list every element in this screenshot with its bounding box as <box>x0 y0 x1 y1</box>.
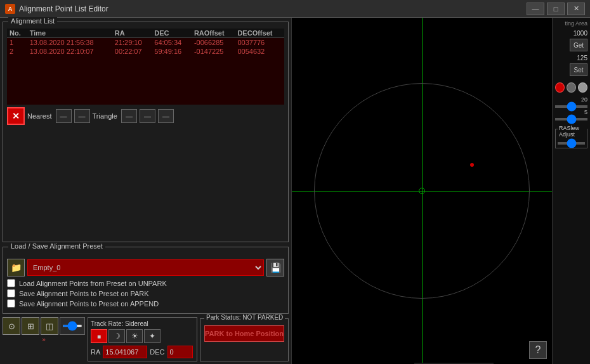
far-right-sidebar: ting Area 1000 Get 125 Set 20 5 RASlew A… <box>552 18 590 364</box>
raslew-label: RASlew Adjust <box>558 125 587 138</box>
row2-ra: 00:22:07 <box>112 47 152 56</box>
col-raoffset: RAOffset <box>192 29 235 38</box>
slider-top[interactable] <box>555 105 587 108</box>
load-unpark-checkbox-row: Load Alignment Points from Preset on UNP… <box>7 279 284 287</box>
park-status-title: Park Status: NOT PARKED <box>204 314 285 321</box>
mid-dot-control[interactable] <box>567 82 576 93</box>
alignment-table: No. Time RA DEC RAOffset DECOffset 1 13.… <box>7 29 284 56</box>
row2-dec: 59:49:16 <box>152 47 192 56</box>
row1-ra: 21:29:10 <box>112 38 152 48</box>
row1-dec: 64:05:34 <box>152 38 192 48</box>
load-save-title: Load / Save Alignment Preset <box>8 242 105 250</box>
get-button[interactable]: Get <box>570 39 587 51</box>
nearest-plus-button[interactable]: — <box>74 109 90 123</box>
value-1000: 1000 <box>555 30 587 37</box>
save-preset-button[interactable]: 💾 <box>266 259 284 276</box>
row1-time: 13.08.2020 21:56:38 <box>27 38 112 48</box>
slider-container-1 <box>60 317 85 335</box>
dec-input[interactable] <box>167 346 193 358</box>
moon-button[interactable]: ☽ <box>108 329 125 343</box>
track-buttons: ■ ☽ ☀ ✦ <box>91 329 194 343</box>
table-row[interactable]: 2 13.08.2020 22:10:07 00:22:07 59:49:16 … <box>7 47 284 56</box>
row2-time: 13.08.2020 22:10:07 <box>27 47 112 56</box>
row2-raoffset: -0147225 <box>192 47 235 56</box>
row1-no: 1 <box>7 38 27 48</box>
alignment-table-container: No. Time RA DEC RAOffset DECOffset 1 13.… <box>7 29 284 105</box>
col-dec: DEC <box>152 29 192 38</box>
set-button[interactable]: Set <box>570 63 587 76</box>
track-rate-section: Track Rate: Sidereal ■ ☽ ☀ ✦ RA DEC <box>88 317 197 361</box>
sun-button[interactable]: ☀ <box>126 329 143 343</box>
slider-bottom[interactable] <box>555 118 587 120</box>
icon-row: ⊙ ⊞ ◫ <box>3 317 85 335</box>
save-park-label: Save Alignment Points to Preset on PARK <box>19 290 149 297</box>
save-append-checkbox-row: Save Alignment Points to Preset on APPEN… <box>7 299 284 308</box>
triangle-minus-button[interactable]: — <box>121 109 137 123</box>
right-sliders: 20 5 <box>555 96 587 120</box>
alignment-btn-row: ✕ Nearest — — Triangle — — — <box>7 107 284 125</box>
save-append-checkbox[interactable] <box>7 299 15 308</box>
row1-decoffset: 0037776 <box>235 38 284 48</box>
load-save-group: Load / Save Alignment Preset 📁 Empty_0 💾… <box>3 247 289 314</box>
nearest-label: Nearest <box>27 112 52 120</box>
light-dot-control[interactable] <box>578 82 587 93</box>
app-icon: A <box>5 4 15 14</box>
tool-icon-2[interactable]: ⊞ <box>22 317 39 335</box>
area-label: ting Area <box>555 20 587 27</box>
raslew-slider[interactable] <box>558 142 585 145</box>
row2-decoffset: 0054632 <box>235 47 284 56</box>
dec-label: DEC <box>150 348 164 356</box>
title-bar: A Alignment Point List Editor — □ ✕ <box>0 0 590 18</box>
park-status-box: Park Status: NOT PARKED PARK to Home Pos… <box>200 318 289 361</box>
control-dots <box>555 82 587 93</box>
col-ra: RA <box>112 29 152 38</box>
left-dialog-panel: Alignment List No. Time RA DEC RAOffset … <box>0 18 292 364</box>
save-park-checkbox-row: Save Alignment Points to Preset on PARK <box>7 289 284 297</box>
title-bar-buttons: — □ ✕ <box>527 3 585 15</box>
save-park-checkbox[interactable] <box>7 289 15 297</box>
load-unpark-label: Load Alignment Points from Preset on UNP… <box>19 280 167 287</box>
maximize-button[interactable]: □ <box>547 3 565 15</box>
minimize-button[interactable]: — <box>527 3 544 15</box>
delete-alignment-button[interactable]: ✕ <box>7 107 25 125</box>
col-decoffset: DECOffset <box>235 29 284 38</box>
save-append-label: Save Alignment Points to Preset on APPEN… <box>19 300 159 308</box>
bottom-tools-row: ⊙ ⊞ ◫ » Track Rate: Sidereal ■ ☽ ☀ ✦ <box>3 317 289 361</box>
close-button[interactable]: ✕ <box>567 3 585 15</box>
ra-label: RA <box>91 348 100 356</box>
triangle-plus-button[interactable]: — <box>158 109 174 123</box>
triangle-mid-button[interactable]: — <box>140 109 155 123</box>
park-to-home-button[interactable]: PARK to Home Position <box>204 325 284 342</box>
get-set-buttons: Get <box>555 39 587 51</box>
col-no: No. <box>7 29 27 38</box>
track-rate-label: Track Rate: Sidereal <box>91 320 194 327</box>
row2-no: 2 <box>7 47 27 56</box>
star-button[interactable]: ✦ <box>144 329 161 343</box>
preset-icon-button[interactable]: 📁 <box>7 259 25 276</box>
scope-view: ? <box>292 18 552 364</box>
tool-icon-3[interactable]: ◫ <box>41 317 58 335</box>
raslew-adjust-box: RASlew Adjust 40 <box>555 129 587 148</box>
extra-label: » <box>3 336 85 343</box>
preset-dropdown[interactable]: Empty_0 <box>27 259 264 276</box>
triangle-label: Triangle <box>93 112 117 120</box>
question-button[interactable]: ? <box>529 341 547 359</box>
scope-center-dot <box>419 188 425 194</box>
tool-icon-1[interactable]: ⊙ <box>3 317 20 335</box>
stop-button[interactable]: ■ <box>91 329 107 343</box>
value-125: 125 <box>555 55 587 62</box>
alignment-list-group: Alignment List No. Time RA DEC RAOffset … <box>3 22 289 242</box>
col-time: Time <box>27 29 112 38</box>
preset-row: 📁 Empty_0 💾 <box>7 259 284 276</box>
red-dot-control[interactable] <box>555 82 565 93</box>
icon-tools-col: ⊙ ⊞ ◫ » <box>3 317 85 361</box>
window-title: Alignment Point List Editor <box>19 4 527 13</box>
ra-input[interactable] <box>103 346 147 358</box>
load-unpark-checkbox[interactable] <box>7 279 15 287</box>
set-button-row: Set <box>555 63 587 76</box>
table-row[interactable]: 1 13.08.2020 21:56:38 21:29:10 64:05:34 … <box>7 38 284 48</box>
nearest-minus-button[interactable]: — <box>56 109 72 123</box>
row1-raoffset: -0066285 <box>192 38 235 48</box>
alignment-list-title: Alignment List <box>8 17 57 25</box>
slider-1[interactable] <box>62 325 82 327</box>
